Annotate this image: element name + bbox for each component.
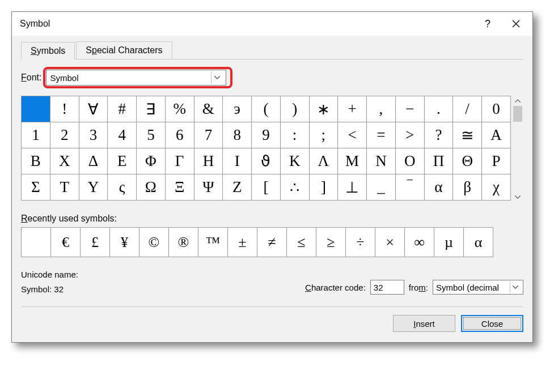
symbol-cell[interactable]: ∃	[137, 96, 166, 122]
symbol-cell[interactable]: I	[223, 148, 252, 174]
symbol-cell[interactable]: :	[280, 122, 309, 148]
recent-symbol-cell[interactable]: ¥	[110, 228, 139, 257]
insert-button[interactable]: Insert	[393, 315, 455, 332]
recent-symbol-cell[interactable]: ±	[228, 228, 257, 257]
symbol-cell[interactable]: Ω	[137, 174, 166, 201]
symbol-cell[interactable]: ‾	[395, 174, 424, 201]
symbol-cell[interactable]: Γ	[165, 148, 194, 174]
symbol-cell[interactable]: 7	[194, 122, 223, 148]
symbol-cell[interactable]: Λ	[309, 148, 338, 174]
symbol-cell[interactable]: +	[338, 96, 367, 122]
symbol-cell[interactable]: 9	[252, 122, 281, 148]
symbol-cell[interactable]: 4	[108, 122, 137, 148]
recent-symbol-cell[interactable]: ×	[375, 228, 405, 257]
titlebar: Symbol ?	[12, 12, 532, 36]
symbol-cell[interactable]: M	[338, 148, 367, 174]
recent-symbol-cell[interactable]: ©	[139, 228, 169, 257]
char-code-input[interactable]	[370, 280, 404, 295]
symbol-cell[interactable]: э	[223, 96, 252, 122]
symbol-cell[interactable]: _	[367, 174, 396, 201]
symbol-cell[interactable]: ;	[309, 122, 338, 148]
symbol-cell[interactable]: B	[22, 148, 50, 174]
symbol-cell[interactable]: H	[194, 148, 223, 174]
tab-special-characters[interactable]: Special Characters	[76, 41, 172, 59]
recent-symbol-cell[interactable]: ®	[169, 228, 198, 257]
recent-symbol-cell[interactable]: ≠	[257, 228, 287, 257]
symbol-cell[interactable]: Π	[424, 148, 453, 174]
symbol-cell[interactable]: (	[252, 96, 281, 122]
grid-scrollbar[interactable]	[512, 96, 523, 202]
help-button[interactable]: ?	[473, 12, 502, 36]
close-button[interactable]: Close	[461, 315, 523, 332]
symbol-cell[interactable]: >	[395, 122, 424, 148]
symbol-cell[interactable]: Θ	[453, 148, 482, 174]
symbol-cell[interactable]: 6	[165, 122, 194, 148]
symbol-cell[interactable]: ,	[367, 96, 396, 122]
recent-symbol-cell[interactable]: ≤	[287, 228, 316, 257]
symbol-cell[interactable]: 8	[223, 122, 252, 148]
symbol-cell[interactable]: 3	[79, 122, 108, 148]
symbol-cell[interactable]: Ξ	[165, 174, 194, 201]
recent-symbol-cell[interactable]: ∞	[405, 228, 434, 257]
scroll-up-icon[interactable]	[512, 96, 523, 106]
symbol-cell[interactable]: ∴	[280, 174, 309, 201]
symbol-cell[interactable]: #	[108, 96, 137, 122]
font-select[interactable]: Symbol	[46, 70, 226, 86]
symbol-cell[interactable]: A	[482, 122, 511, 148]
symbol-cell[interactable]: ∀	[79, 96, 108, 122]
symbol-cell[interactable]: ]	[309, 174, 338, 201]
symbol-cell[interactable]: ≅	[453, 122, 482, 148]
symbol-cell[interactable]: <	[338, 122, 367, 148]
tab-symbols[interactable]: Symbols	[21, 42, 75, 59]
symbol-cell[interactable]: E	[108, 148, 137, 174]
symbol-cell[interactable]: Y	[79, 174, 108, 201]
symbol-cell[interactable]: ?	[424, 122, 453, 148]
symbol-cell[interactable]	[22, 96, 50, 122]
recent-symbol-cell[interactable]: €	[51, 228, 81, 257]
symbol-cell[interactable]: K	[280, 148, 309, 174]
symbol-cell[interactable]: β	[453, 174, 482, 201]
symbol-cell[interactable]: ς	[108, 174, 137, 201]
symbol-cell[interactable]: &	[194, 96, 223, 122]
recent-symbol-cell[interactable]: ≥	[316, 228, 346, 257]
symbol-cell[interactable]: O	[395, 148, 424, 174]
symbol-cell[interactable]: Ψ	[194, 174, 223, 201]
recent-symbol-cell[interactable]: α	[464, 228, 493, 257]
scroll-down-icon[interactable]	[512, 192, 523, 202]
close-icon[interactable]	[502, 12, 530, 36]
symbol-cell[interactable]: !	[50, 96, 79, 122]
font-row: Font: Symbol	[21, 70, 523, 86]
symbol-cell[interactable]: 1	[22, 122, 50, 148]
scroll-thumb[interactable]	[513, 106, 522, 122]
symbol-cell[interactable]: Σ	[22, 174, 50, 201]
symbol-cell[interactable]: −	[395, 96, 424, 122]
symbol-cell[interactable]: Φ	[137, 148, 166, 174]
from-select[interactable]: Symbol (decimal	[433, 280, 523, 295]
symbol-cell[interactable]: )	[280, 96, 309, 122]
symbol-cell[interactable]: ∗	[309, 96, 338, 122]
symbol-cell[interactable]: 0	[482, 96, 511, 122]
symbol-cell[interactable]: .	[424, 96, 453, 122]
symbol-cell[interactable]: Δ	[79, 148, 108, 174]
symbol-cell[interactable]: %	[165, 96, 194, 122]
symbol-cell[interactable]: X	[50, 148, 79, 174]
recent-symbol-cell[interactable]: ™	[198, 228, 228, 257]
symbol-cell[interactable]: χ	[482, 174, 511, 201]
symbol-cell[interactable]: ⊥	[338, 174, 367, 201]
symbol-cell[interactable]: /	[453, 96, 482, 122]
symbol-cell[interactable]: =	[367, 122, 396, 148]
symbol-cell[interactable]: 5	[137, 122, 166, 148]
symbol-cell[interactable]: P	[482, 148, 511, 174]
symbol-cell[interactable]: 2	[50, 122, 79, 148]
recent-symbol-cell[interactable]: ÷	[346, 228, 375, 257]
symbol-cell[interactable]: Z	[223, 174, 252, 201]
scroll-track[interactable]	[512, 106, 523, 192]
symbol-cell[interactable]: N	[367, 148, 396, 174]
symbol-cell[interactable]: T	[50, 174, 79, 201]
symbol-cell[interactable]: [	[252, 174, 281, 201]
recent-symbol-cell[interactable]	[22, 228, 51, 257]
symbol-cell[interactable]: ϑ	[252, 148, 281, 174]
recent-symbol-cell[interactable]: µ	[434, 228, 464, 257]
symbol-cell[interactable]: α	[424, 174, 453, 201]
recent-symbol-cell[interactable]: £	[81, 228, 110, 257]
